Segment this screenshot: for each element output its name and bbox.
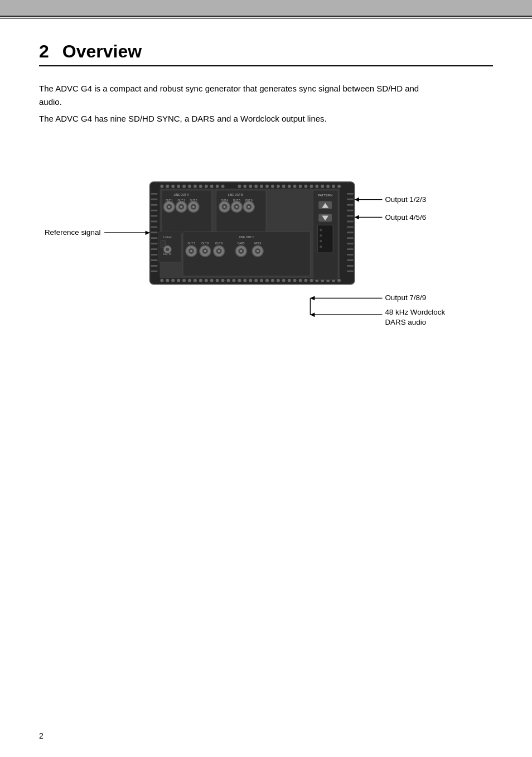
svg-point-161 xyxy=(257,250,259,252)
page-number: 2 xyxy=(39,731,43,740)
svg-point-73 xyxy=(221,279,225,282)
svg-rect-29 xyxy=(347,265,354,267)
svg-point-35 xyxy=(182,185,186,188)
svg-point-69 xyxy=(199,279,202,282)
svg-point-140 xyxy=(166,248,169,251)
svg-text:OUT 6: OUT 6 xyxy=(245,199,253,202)
svg-point-52 xyxy=(288,185,291,188)
reference-signal-label: Reference signal xyxy=(45,228,101,237)
svg-text:OUT 2: OUT 2 xyxy=(178,199,186,202)
svg-text:OUT 3: OUT 3 xyxy=(190,199,197,202)
svg-rect-4 xyxy=(151,210,158,211)
svg-text:OUT 4: OUT 4 xyxy=(221,199,229,202)
svg-rect-13 xyxy=(151,259,158,261)
svg-point-71 xyxy=(210,279,214,282)
output-789-label: Output 7/8/9 xyxy=(385,293,426,302)
svg-marker-166 xyxy=(355,215,359,220)
svg-text:DARS: DARS xyxy=(238,242,244,245)
svg-point-55 xyxy=(304,185,307,188)
svg-point-66 xyxy=(182,279,186,282)
svg-text:Locked: Locked xyxy=(163,236,172,239)
svg-point-53 xyxy=(293,185,297,188)
svg-text:OUT 7: OUT 7 xyxy=(187,242,195,245)
svg-marker-168 xyxy=(146,230,150,235)
svg-point-83 xyxy=(277,279,280,282)
svg-rect-30 xyxy=(347,271,354,272)
svg-rect-10 xyxy=(151,243,158,244)
svg-point-149 xyxy=(204,250,206,252)
svg-point-76 xyxy=(238,279,241,282)
svg-rect-6 xyxy=(151,221,158,223)
svg-point-75 xyxy=(232,279,235,282)
svg-point-57 xyxy=(315,185,318,188)
svg-rect-9 xyxy=(151,237,158,239)
svg-point-89 xyxy=(309,279,313,282)
svg-point-39 xyxy=(205,185,208,188)
svg-rect-14 xyxy=(151,265,158,267)
svg-point-157 xyxy=(240,250,242,252)
svg-point-100 xyxy=(168,206,170,208)
svg-point-88 xyxy=(304,279,307,282)
svg-point-80 xyxy=(260,279,263,282)
svg-point-153 xyxy=(218,250,220,252)
svg-point-60 xyxy=(332,185,335,188)
svg-point-145 xyxy=(190,250,192,252)
svg-text:LINE OUT A: LINE OUT A xyxy=(174,194,190,196)
svg-rect-3 xyxy=(151,204,158,206)
svg-text:PATTERN: PATTERN xyxy=(318,194,333,197)
svg-rect-16 xyxy=(347,193,354,195)
svg-point-31 xyxy=(160,185,163,188)
svg-point-44 xyxy=(243,185,246,188)
svg-point-34 xyxy=(177,185,180,188)
svg-point-46 xyxy=(254,185,258,188)
svg-point-122 xyxy=(248,206,250,208)
svg-point-108 xyxy=(192,206,195,208)
intro-paragraph-1: The ADVC G4 is a compact and robust sync… xyxy=(39,82,441,109)
svg-point-85 xyxy=(288,279,291,282)
svg-rect-25 xyxy=(347,243,354,244)
svg-rect-11 xyxy=(151,248,158,250)
svg-rect-12 xyxy=(151,254,158,255)
svg-point-81 xyxy=(265,279,269,282)
svg-text:OUT 9: OUT 9 xyxy=(215,242,223,245)
svg-point-41 xyxy=(216,185,219,188)
svg-marker-172 xyxy=(310,312,315,317)
svg-point-79 xyxy=(254,279,258,282)
svg-point-38 xyxy=(199,185,202,188)
svg-rect-17 xyxy=(347,199,354,200)
svg-text:OUT 5: OUT 5 xyxy=(233,199,241,202)
svg-point-36 xyxy=(188,185,191,188)
svg-rect-18 xyxy=(347,204,354,206)
svg-text:WCLK: WCLK xyxy=(254,242,262,245)
output-123-label: Output 1/2/3 xyxy=(385,195,426,204)
svg-point-50 xyxy=(277,185,280,188)
svg-rect-22 xyxy=(347,226,354,228)
svg-point-62 xyxy=(160,279,163,282)
svg-point-118 xyxy=(235,206,238,208)
svg-point-40 xyxy=(210,185,214,188)
top-bar xyxy=(0,0,532,16)
svg-rect-21 xyxy=(347,221,354,223)
svg-rect-23 xyxy=(347,232,354,233)
svg-point-43 xyxy=(238,185,241,188)
dars-label: DARS audio xyxy=(385,318,426,326)
svg-point-82 xyxy=(271,279,274,282)
output-456-label: Output 4/5/6 xyxy=(385,213,426,221)
svg-marker-170 xyxy=(310,296,315,301)
svg-marker-164 xyxy=(355,197,359,202)
svg-point-56 xyxy=(309,185,313,188)
chapter-heading: 2 Overview xyxy=(39,41,493,66)
intro-paragraph-2: The ADVC G4 has nine SD/HD SYNC, a DARS … xyxy=(39,112,441,126)
svg-point-63 xyxy=(166,279,169,282)
svg-point-68 xyxy=(194,279,197,282)
svg-point-74 xyxy=(227,279,230,282)
svg-rect-26 xyxy=(347,248,354,250)
svg-point-51 xyxy=(282,185,286,188)
svg-point-67 xyxy=(188,279,191,282)
svg-text:OUT 8: OUT 8 xyxy=(201,242,209,245)
svg-text:LINE OUT B: LINE OUT B xyxy=(228,194,244,196)
svg-rect-19 xyxy=(347,210,354,211)
svg-point-32 xyxy=(166,185,169,188)
svg-point-70 xyxy=(205,279,208,282)
svg-text:LINE OUT C: LINE OUT C xyxy=(239,236,254,239)
